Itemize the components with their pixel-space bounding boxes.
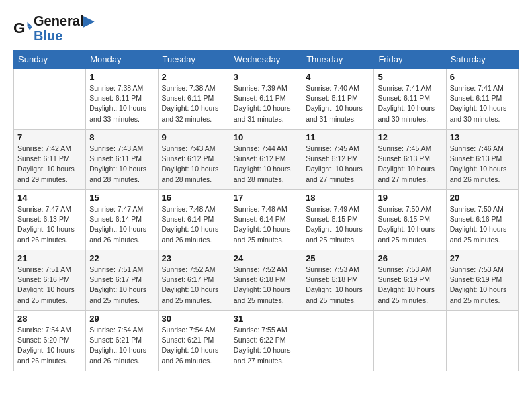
day-number: 2 [162,72,226,82]
calendar-cell [302,311,374,371]
day-info: Sunrise: 7:45 AMSunset: 6:12 PMDaylight:… [306,144,370,185]
day-number: 13 [450,132,515,142]
day-number: 30 [162,314,226,324]
day-number: 3 [234,72,298,82]
day-info: Sunrise: 7:55 AMSunset: 6:22 PMDaylight:… [234,325,298,366]
calendar-cell: 20Sunrise: 7:50 AMSunset: 6:16 PMDayligh… [446,190,518,250]
calendar-cell: 4Sunrise: 7:40 AMSunset: 6:11 PMDaylight… [302,69,374,130]
day-number: 24 [234,253,298,263]
day-info: Sunrise: 7:47 AMSunset: 6:13 PMDaylight:… [17,204,82,245]
day-number: 14 [17,193,82,203]
day-info: Sunrise: 7:38 AMSunset: 6:11 PMDaylight:… [162,83,226,124]
day-number: 16 [162,193,226,203]
day-info: Sunrise: 7:41 AMSunset: 6:11 PMDaylight:… [450,83,515,124]
day-info: Sunrise: 7:41 AMSunset: 6:11 PMDaylight:… [378,83,442,124]
svg-marker-2 [28,26,32,30]
day-number: 27 [450,253,515,263]
calendar-cell: 29Sunrise: 7:54 AMSunset: 6:21 PMDayligh… [86,311,158,371]
day-info: Sunrise: 7:54 AMSunset: 6:21 PMDaylight:… [162,325,226,366]
calendar-cell: 17Sunrise: 7:48 AMSunset: 6:14 PMDayligh… [230,190,302,250]
day-info: Sunrise: 7:45 AMSunset: 6:13 PMDaylight:… [378,144,442,185]
calendar-cell: 19Sunrise: 7:50 AMSunset: 6:15 PMDayligh… [374,190,446,250]
logo-text: General▶ Blue [34,13,93,43]
calendar-cell: 6Sunrise: 7:41 AMSunset: 6:11 PMDaylight… [446,69,518,130]
week-row-4: 21Sunrise: 7:51 AMSunset: 6:16 PMDayligh… [14,250,519,311]
day-number: 8 [89,132,154,142]
day-info: Sunrise: 7:46 AMSunset: 6:13 PMDaylight:… [450,144,515,185]
weekday-header-monday: Monday [86,50,158,69]
week-row-5: 28Sunrise: 7:54 AMSunset: 6:20 PMDayligh… [14,311,519,371]
day-info: Sunrise: 7:52 AMSunset: 6:17 PMDaylight:… [162,265,226,306]
weekday-header-sunday: Sunday [14,50,86,69]
day-number: 21 [17,253,82,263]
day-number: 7 [17,132,82,142]
day-number: 17 [234,193,298,203]
day-info: Sunrise: 7:48 AMSunset: 6:14 PMDaylight:… [234,204,298,245]
day-number: 18 [306,193,370,203]
day-number: 19 [378,193,442,203]
day-number: 25 [306,253,370,263]
page-header: G General▶ Blue [13,13,519,43]
calendar-cell: 8Sunrise: 7:43 AMSunset: 6:11 PMDaylight… [86,130,158,190]
week-row-1: 1Sunrise: 7:38 AMSunset: 6:11 PMDaylight… [14,69,519,130]
calendar-cell: 2Sunrise: 7:38 AMSunset: 6:11 PMDaylight… [158,69,230,130]
weekday-header-saturday: Saturday [446,50,518,69]
calendar-cell: 24Sunrise: 7:52 AMSunset: 6:18 PMDayligh… [230,250,302,311]
calendar-cell: 9Sunrise: 7:43 AMSunset: 6:12 PMDaylight… [158,130,230,190]
weekday-header-tuesday: Tuesday [158,50,230,69]
calendar-cell: 23Sunrise: 7:52 AMSunset: 6:17 PMDayligh… [158,250,230,311]
calendar-cell [374,311,446,371]
day-number: 12 [378,132,442,142]
day-number: 11 [306,132,370,142]
calendar-cell: 7Sunrise: 7:42 AMSunset: 6:11 PMDaylight… [14,130,86,190]
calendar-cell: 5Sunrise: 7:41 AMSunset: 6:11 PMDaylight… [374,69,446,130]
day-number: 9 [162,132,226,142]
calendar-cell: 21Sunrise: 7:51 AMSunset: 6:16 PMDayligh… [14,250,86,311]
day-number: 4 [306,72,370,82]
week-row-3: 14Sunrise: 7:47 AMSunset: 6:13 PMDayligh… [14,190,519,250]
weekday-header-thursday: Thursday [302,50,374,69]
calendar-cell: 15Sunrise: 7:47 AMSunset: 6:14 PMDayligh… [86,190,158,250]
day-number: 1 [89,72,154,82]
calendar-cell: 3Sunrise: 7:39 AMSunset: 6:11 PMDaylight… [230,69,302,130]
day-info: Sunrise: 7:50 AMSunset: 6:16 PMDaylight:… [450,204,515,245]
calendar-cell: 12Sunrise: 7:45 AMSunset: 6:13 PMDayligh… [374,130,446,190]
day-number: 5 [378,72,442,82]
day-number: 6 [450,72,515,82]
day-info: Sunrise: 7:54 AMSunset: 6:20 PMDaylight:… [17,325,82,366]
calendar-cell: 14Sunrise: 7:47 AMSunset: 6:13 PMDayligh… [14,190,86,250]
calendar-cell [14,69,86,130]
logo: G General▶ Blue [13,13,93,43]
calendar-cell: 22Sunrise: 7:51 AMSunset: 6:17 PMDayligh… [86,250,158,311]
weekday-header-wednesday: Wednesday [230,50,302,69]
day-info: Sunrise: 7:40 AMSunset: 6:11 PMDaylight:… [306,83,370,124]
calendar-cell: 31Sunrise: 7:55 AMSunset: 6:22 PMDayligh… [230,311,302,371]
svg-text:G: G [13,19,25,36]
day-info: Sunrise: 7:44 AMSunset: 6:12 PMDaylight:… [234,144,298,185]
day-info: Sunrise: 7:51 AMSunset: 6:17 PMDaylight:… [89,265,154,306]
calendar-cell [446,311,518,371]
day-info: Sunrise: 7:53 AMSunset: 6:18 PMDaylight:… [306,265,370,306]
day-number: 20 [450,193,515,203]
day-info: Sunrise: 7:53 AMSunset: 6:19 PMDaylight:… [378,265,442,306]
week-row-2: 7Sunrise: 7:42 AMSunset: 6:11 PMDaylight… [14,130,519,190]
calendar-cell: 11Sunrise: 7:45 AMSunset: 6:12 PMDayligh… [302,130,374,190]
calendar-cell: 28Sunrise: 7:54 AMSunset: 6:20 PMDayligh… [14,311,86,371]
day-number: 23 [162,253,226,263]
day-number: 29 [89,314,154,324]
calendar-cell: 13Sunrise: 7:46 AMSunset: 6:13 PMDayligh… [446,130,518,190]
day-number: 22 [89,253,154,263]
calendar-cell: 27Sunrise: 7:53 AMSunset: 6:19 PMDayligh… [446,250,518,311]
day-info: Sunrise: 7:52 AMSunset: 6:18 PMDaylight:… [234,265,298,306]
day-info: Sunrise: 7:38 AMSunset: 6:11 PMDaylight:… [89,83,154,124]
day-info: Sunrise: 7:39 AMSunset: 6:11 PMDaylight:… [234,83,298,124]
day-number: 26 [378,253,442,263]
day-info: Sunrise: 7:43 AMSunset: 6:12 PMDaylight:… [162,144,226,185]
day-number: 15 [89,193,154,203]
calendar-table: SundayMondayTuesdayWednesdayThursdayFrid… [13,50,519,371]
day-info: Sunrise: 7:50 AMSunset: 6:15 PMDaylight:… [378,204,442,245]
calendar-cell: 25Sunrise: 7:53 AMSunset: 6:18 PMDayligh… [302,250,374,311]
day-info: Sunrise: 7:53 AMSunset: 6:19 PMDaylight:… [450,265,515,306]
calendar-cell: 16Sunrise: 7:48 AMSunset: 6:14 PMDayligh… [158,190,230,250]
calendar-cell: 1Sunrise: 7:38 AMSunset: 6:11 PMDaylight… [86,69,158,130]
